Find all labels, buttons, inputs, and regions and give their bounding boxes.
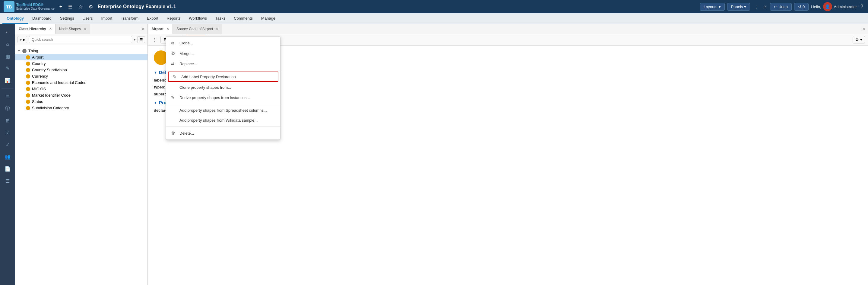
help-button[interactable]: ? xyxy=(859,3,864,10)
tree-label-market: Market Identifier Code xyxy=(32,93,70,97)
tree-item-economic[interactable]: Economic and Industrial Codes xyxy=(15,79,148,86)
tab-node-shapes[interactable]: Node Shapes ✕ xyxy=(56,24,91,34)
left-tab-panel: Class Hierarchy ✕ Node Shapes ✕ xyxy=(15,24,139,34)
home-button[interactable]: ⌂ xyxy=(762,3,768,10)
star-button[interactable]: ☆ xyxy=(77,3,84,11)
dropdown-item-merge[interactable]: ⛓ Merge... xyxy=(166,48,280,59)
content-area: Class Hierarchy ✕ Node Shapes ✕ ✕ + xyxy=(15,24,868,285)
replace-icon: ⇄ xyxy=(171,61,177,66)
nav-tab-export[interactable]: Export xyxy=(143,13,162,24)
close-right-panel-button[interactable]: ✕ xyxy=(860,25,868,33)
tree-label-currency: Currency xyxy=(32,74,48,79)
edit-sidebar-icon[interactable]: ✎ xyxy=(2,63,13,74)
divider-3 xyxy=(166,126,280,127)
menu2-sidebar-icon[interactable]: ☰ xyxy=(2,175,13,186)
home-sidebar-icon[interactable]: ⌂ xyxy=(2,39,13,50)
nav-tab-import[interactable]: Import xyxy=(97,13,117,24)
clone-icon: ⧉ xyxy=(171,40,177,46)
brand-text: TopBraid EDG® Enterprise Data Governance xyxy=(16,3,55,10)
layouts-button[interactable]: Layouts ▾ xyxy=(700,3,725,10)
undo-button[interactable]: ↩ Undo xyxy=(770,3,792,10)
info-sidebar-icon[interactable]: ⓘ xyxy=(2,103,13,114)
tree-label-subdivision-cat: Subdivision Category xyxy=(32,106,69,110)
dropdown-item-wikidata[interactable]: Add property shapes from Wikidata sample… xyxy=(166,115,280,125)
dropdown-item-replace[interactable]: ⇄ Replace... xyxy=(166,59,280,69)
list-sidebar-icon[interactable]: ≡ xyxy=(2,91,13,102)
tree-item-country[interactable]: Country xyxy=(15,60,148,67)
tree-item-thing[interactable]: ▼ Thing xyxy=(15,48,148,54)
search-input[interactable] xyxy=(29,36,132,43)
blocks-icon[interactable]: ▦ xyxy=(2,51,13,62)
nav-tab-workflows[interactable]: Workflows xyxy=(185,13,211,24)
add-label-icon: ✎ xyxy=(173,74,178,79)
arrow-left-icon[interactable]: ← xyxy=(2,27,13,37)
dropdown-item-derive-shapes[interactable]: ✎ Derive property shapes from instances.… xyxy=(166,92,280,103)
tab-class-hierarchy[interactable]: Class Hierarchy ✕ xyxy=(15,24,56,34)
tree-label-micos: MIC OS xyxy=(32,87,46,91)
tree-item-airport[interactable]: Airport xyxy=(15,54,148,60)
add-class-button[interactable]: + ● xyxy=(18,36,27,43)
doc-sidebar-icon[interactable]: 📄 xyxy=(2,163,13,174)
left-panel: Class Hierarchy ✕ Node Shapes ✕ ✕ + xyxy=(15,24,148,285)
tree-dot-micos xyxy=(26,87,30,91)
dropdown-item-clone[interactable]: ⧉ Clone... xyxy=(166,38,280,48)
tree-item-currency[interactable]: Currency xyxy=(15,73,148,79)
more-options-button[interactable]: ⋮ xyxy=(752,3,760,11)
tree-item-micos[interactable]: MIC OS xyxy=(15,86,148,92)
tab-airport[interactable]: Airport ✕ xyxy=(148,24,173,34)
nav-tab-manage[interactable]: Manage xyxy=(257,13,280,24)
dropdown-item-delete[interactable]: 🗑 Delete... xyxy=(166,128,280,138)
nav-tab-tasks[interactable]: Tasks xyxy=(211,13,229,24)
task-sidebar-icon[interactable]: ☑ xyxy=(2,127,13,138)
tab-node-shapes-label: Node Shapes xyxy=(59,27,81,31)
grid-sidebar-icon[interactable]: ⊞ xyxy=(2,115,13,126)
tree-label-country-subdivision: Country Subdivision xyxy=(32,68,67,72)
sidebar-divider-1 xyxy=(1,88,13,88)
tree-dot-market xyxy=(26,93,30,97)
nav-tab-ontology[interactable]: Ontology xyxy=(2,13,28,24)
toolbar-settings: ⚙ ▾ xyxy=(852,36,865,44)
search-dropdown-arrow[interactable]: ▾ xyxy=(134,38,135,41)
menu-button[interactable]: ☰ xyxy=(67,3,73,11)
check-sidebar-icon[interactable]: ✓ xyxy=(2,139,13,150)
dropdown-item-spreadsheet[interactable]: Add property shapes from Spreadsheet col… xyxy=(166,105,280,115)
dropdown-item-add-label[interactable]: ✎ Add Label Property Declaration xyxy=(168,72,278,82)
dropdown-item-replace-label: Replace... xyxy=(180,62,197,66)
nav-tab-comments[interactable]: Comments xyxy=(229,13,257,24)
tree-dot-status xyxy=(26,99,30,104)
settings-topbar-button[interactable]: ⚙ xyxy=(88,3,94,11)
tree-item-status[interactable]: Status xyxy=(15,98,148,105)
tree-item-market[interactable]: Market Identifier Code xyxy=(15,92,148,98)
list-view-button[interactable]: ☰ xyxy=(137,36,145,43)
tree-item-country-subdivision[interactable]: Country Subdivision xyxy=(15,67,148,73)
more-toolbar-button[interactable]: ⋮ xyxy=(151,36,159,43)
panels-button[interactable]: Panels ▾ xyxy=(727,3,750,10)
tree-item-subdivision-cat[interactable]: Subdivision Category xyxy=(15,105,148,111)
dropdown-item-clone-shapes[interactable]: Clone property shapes from... xyxy=(166,82,280,92)
right-tab-panel: Airport ✕ Source Code of Airport ✕ xyxy=(148,24,860,34)
close-node-shapes-tab[interactable]: ✕ xyxy=(84,27,86,31)
app-title: Enterprise Ontology Example v1.1 xyxy=(98,4,696,9)
dropdown-item-clone-shapes-label: Clone property shapes from... xyxy=(180,85,231,90)
chart-sidebar-icon[interactable]: 📊 xyxy=(2,75,13,86)
nav-tab-transform[interactable]: Transform xyxy=(116,13,143,24)
dropdown-item-clone-label: Clone... xyxy=(180,41,193,45)
nav-tab-settings[interactable]: Settings xyxy=(56,13,79,24)
tab-airport-label: Airport xyxy=(151,27,163,31)
nav-tab-dashboard[interactable]: Dashboard xyxy=(28,13,56,24)
sidebar-icons: ← ⌂ ▦ ✎ 📊 ≡ ⓘ ⊞ ☑ ✓ 👥 📄 ☰ xyxy=(0,24,15,285)
undo-count-button[interactable]: ↺ 0 xyxy=(794,3,809,10)
settings-gear-button[interactable]: ⚙ ▾ xyxy=(852,36,865,44)
add-button[interactable]: + xyxy=(58,3,63,10)
close-left-panel-button[interactable]: ✕ xyxy=(139,25,148,33)
close-source-code-tab[interactable]: ✕ xyxy=(216,27,218,31)
close-airport-tab[interactable]: ✕ xyxy=(166,27,169,30)
nav-tab-users[interactable]: Users xyxy=(79,13,97,24)
avatar: 👤 xyxy=(823,2,832,11)
tab-source-code[interactable]: Source Code of Airport ✕ xyxy=(173,24,222,34)
brand: TB TopBraid EDG® Enterprise Data Governa… xyxy=(4,1,55,12)
people-sidebar-icon[interactable]: 👥 xyxy=(2,151,13,162)
close-class-hierarchy-tab[interactable]: ✕ xyxy=(49,27,52,30)
tree-dot-country xyxy=(26,62,30,66)
nav-tab-reports[interactable]: Reports xyxy=(162,13,185,24)
